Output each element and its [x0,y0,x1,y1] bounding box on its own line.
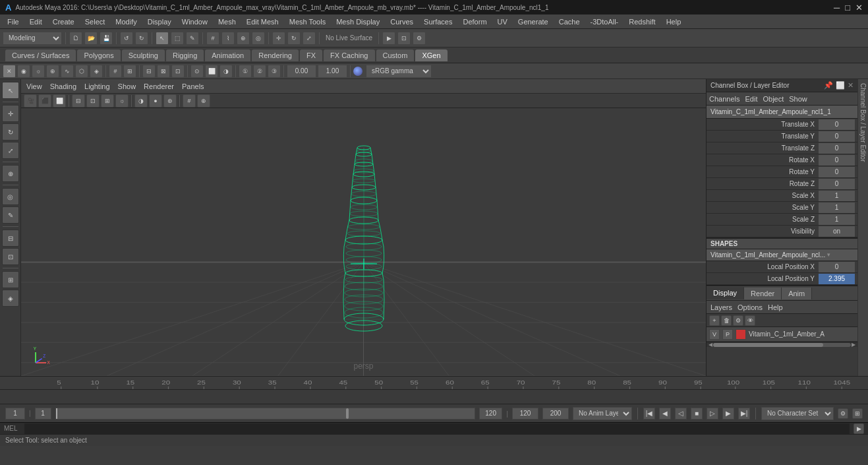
channel-visibility[interactable]: Visibility on [707,226,857,237]
channel-value[interactable]: 0 [819,155,855,166]
open-scene-button[interactable]: 📂 [84,32,98,45]
menu-select[interactable]: Select [80,16,110,27]
poly-icon[interactable]: ⬡ [75,65,88,78]
scroll-right-arrow[interactable]: ▶ [851,341,856,348]
character-options-icon[interactable]: ⚙ [838,408,848,419]
ipr-button[interactable]: ⊡ [397,32,411,45]
mel-input[interactable] [24,423,850,434]
scale-tool[interactable]: ⤢ [2,142,19,159]
rotate-tool[interactable]: ↻ [2,123,19,140]
gamma-selector[interactable]: sRGB gamma [366,65,432,78]
range-end-input[interactable]: 120 [479,408,502,419]
channel-rotate-x[interactable]: Rotate X 0 [707,154,857,166]
channel-scale-z[interactable]: Scale Z 1 [707,214,857,226]
select-object-icon[interactable]: ✕ [3,65,16,78]
layer-row[interactable]: V P Vitamin_C_1ml_Amber_A [707,327,857,342]
close-button[interactable]: ✕ [855,3,863,13]
paint-select-button[interactable]: ✎ [186,32,199,45]
tab-polygons[interactable]: Polygons [77,49,120,61]
menu-mesh-tools[interactable]: Mesh Tools [285,16,330,27]
scroll-left-arrow[interactable]: ◀ [708,341,713,348]
channels-menu[interactable]: Channels [709,95,739,103]
current-frame-input[interactable]: 1 [5,408,25,419]
select-tool[interactable]: ↖ [2,82,19,99]
wireframe-icon[interactable]: ⊟ [142,65,156,78]
layer-vis-all-button[interactable]: 👁 [745,315,755,326]
menu-window[interactable]: Window [177,16,212,27]
xray-icon[interactable]: ◑ [219,65,233,78]
menu-edit-mesh[interactable]: Edit Mesh [242,16,283,27]
tab-fx[interactable]: FX [300,49,322,61]
mode-selector[interactable]: Modeling [3,32,62,45]
shading-icon[interactable]: ⊡ [171,65,185,78]
camera-icon[interactable]: ◉ [17,65,30,78]
renderer-menu[interactable]: Renderer [144,82,174,90]
mel-execute-icon[interactable]: ▶ [854,423,864,434]
delete-layer-button[interactable]: 🗑 [721,315,732,326]
move-tool[interactable]: ✛ [2,105,19,122]
move-tool-button[interactable]: ✛ [272,32,285,45]
next-frame-button[interactable]: ▶ [722,408,734,419]
tab-curves-surfaces[interactable]: Curves / Surfaces [5,49,76,61]
channel-value[interactable]: 0 [819,179,855,189]
menu-mesh[interactable]: Mesh [214,16,241,27]
value2-input[interactable]: 1.00 [318,65,347,78]
subdiv3-icon[interactable]: ③ [268,65,281,78]
vp-filmgate-icon[interactable]: ⬛ [38,94,51,108]
render-settings-button[interactable]: ⚙ [413,32,426,45]
anim-layer-selector[interactable]: No Anim Layer [573,407,632,420]
scroll-down-arrow[interactable]: ▼ [825,251,832,259]
menu-display[interactable]: Display [143,16,176,27]
tab-custom[interactable]: Custom [376,49,415,61]
snap-point-button[interactable]: ⊕ [237,32,250,45]
menu-file[interactable]: File [3,16,24,27]
rotate-tool-button[interactable]: ↻ [287,32,301,45]
go-to-end-button[interactable]: ▶| [738,408,750,419]
isolate-icon[interactable]: ⊙ [190,65,204,78]
universal-tool[interactable]: ⊕ [2,165,19,182]
scrollbar-thumb[interactable] [713,343,823,347]
channel-value[interactable]: 0 [819,131,855,142]
title-bar-controls[interactable]: ─ □ ✕ [834,3,863,13]
channel-value-highlighted[interactable]: 2.395 [819,274,855,284]
help-menu-item[interactable]: Help [768,303,783,311]
channel-scale-y[interactable]: Scale Y 1 [707,202,857,214]
vp-grid-icon[interactable]: # [183,94,196,108]
play-back-button[interactable]: ◁ [675,408,687,419]
light-icon[interactable]: ☼ [32,65,45,78]
channel-translate-y[interactable]: Translate Y 0 [707,131,857,142]
minimize-button[interactable]: ─ [834,3,840,13]
total-frames-input[interactable]: 200 [542,408,569,419]
snap-grid-button[interactable]: # [206,32,219,45]
view-menu[interactable]: View [26,82,42,90]
lighting-menu[interactable]: Lighting [84,82,110,90]
channel-value[interactable]: 1 [819,191,855,201]
timeline-handle[interactable] [346,408,349,419]
new-scene-button[interactable]: 🗋 [69,32,82,45]
channel-value[interactable]: 1 [819,202,855,213]
channel-local-pos-x[interactable]: Local Position X 0 [707,261,857,273]
vp-wireframe-icon[interactable]: ⊟ [72,94,85,108]
character-set-selector[interactable]: No Character Set [761,407,834,420]
tab-xgen[interactable]: XGen [415,49,447,61]
scrollbar-track[interactable] [713,343,851,347]
layer-v-button[interactable]: V [709,329,720,340]
vp-lighting-icon[interactable]: ☼ [115,94,129,108]
render-tab[interactable]: Render [744,288,782,299]
channel-value[interactable]: 0 [819,262,855,272]
menu-cache[interactable]: Cache [554,16,585,27]
tab-animation[interactable]: Animation [205,49,250,61]
shading-menu[interactable]: Shading [50,82,76,90]
layer-options-button[interactable]: ⚙ [733,315,743,326]
menu-redshift[interactable]: Redshift [624,16,660,27]
channel-value[interactable]: on [819,226,855,237]
channel-rotate-y[interactable]: Rotate Y 0 [707,166,857,178]
tab-rigging[interactable]: Rigging [166,49,204,61]
layer-scrollbar[interactable]: ◀ ▶ [707,342,857,347]
curve-icon[interactable]: ∿ [61,65,74,78]
edit-menu[interactable]: Edit [745,95,757,103]
object-menu[interactable]: Object [763,95,784,103]
show-menu[interactable]: Show [789,95,807,103]
channel-value[interactable]: 1 [819,214,855,225]
canvas-3d[interactable]: .wire { fill: none; stroke: #00ff99; str… [21,108,706,376]
